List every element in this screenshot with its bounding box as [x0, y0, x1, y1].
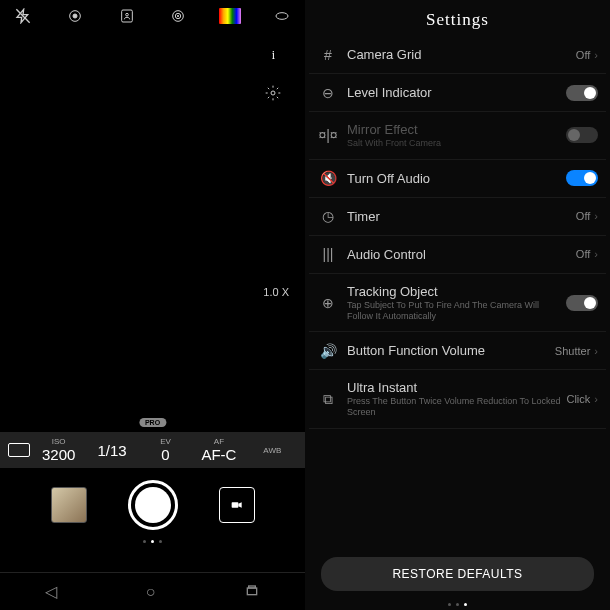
awb-control[interactable]: AWB: [248, 446, 297, 455]
af-control[interactable]: AF AF-C: [194, 437, 243, 463]
recent-icon[interactable]: [244, 582, 260, 602]
settings-row[interactable]: ⊖Level Indicator: [309, 74, 606, 112]
nav-bar: ◁ ○: [0, 572, 305, 610]
chevron-right-icon: ›: [594, 210, 598, 222]
setting-icon: ¤|¤: [317, 127, 339, 143]
page-indicator: [0, 540, 305, 543]
hdr-icon[interactable]: [64, 8, 86, 24]
ev-control[interactable]: EV 0: [141, 437, 190, 463]
settings-gear-icon[interactable]: [265, 85, 281, 105]
settings-row[interactable]: ⧉Ultra InstantPress The Button Twice Vol…: [309, 370, 606, 429]
settings-screen: Settings #Camera GridOff›⊖Level Indicato…: [305, 0, 610, 610]
setting-title: Audio Control: [347, 247, 576, 262]
gallery-thumbnail[interactable]: [51, 487, 87, 523]
settings-row[interactable]: #Camera GridOff›: [309, 36, 606, 74]
pro-settings-bar: ISO 3200 1/13 EV 0 AF AF-C AWB: [0, 432, 305, 468]
setting-title: Level Indicator: [347, 85, 566, 100]
info-icon[interactable]: i: [272, 48, 275, 63]
svg-rect-12: [249, 586, 256, 588]
chevron-right-icon: ›: [594, 345, 598, 357]
setting-icon: ◷: [317, 208, 339, 224]
back-icon[interactable]: ◁: [45, 582, 57, 601]
restore-defaults-button[interactable]: RESTORE DEFAULTS: [321, 557, 594, 591]
svg-rect-11: [248, 588, 257, 595]
zoom-indicator[interactable]: 1.0 X: [263, 286, 289, 298]
settings-title: Settings: [305, 0, 610, 36]
page-indicator: [305, 599, 610, 610]
setting-icon: ⊕: [317, 295, 339, 311]
settings-row[interactable]: 🔊Button Function VolumeShutter›: [309, 332, 606, 370]
setting-icon: 🔇: [317, 170, 339, 186]
capture-controls: [0, 480, 305, 530]
setting-icon: |||: [317, 246, 339, 262]
aspect-ratio-icon[interactable]: [8, 443, 30, 457]
svg-rect-10: [231, 502, 238, 507]
portrait-icon[interactable]: [116, 8, 138, 24]
settings-row[interactable]: ¤|¤Mirror EffectSalt With Front Camera: [309, 112, 606, 160]
settings-row[interactable]: ◷TimerOff›: [309, 198, 606, 236]
setting-icon: #: [317, 47, 339, 63]
setting-title: Camera Grid: [347, 47, 576, 62]
setting-value: Off: [576, 49, 590, 61]
filter-icon[interactable]: [167, 8, 189, 24]
setting-title: Ultra Instant: [347, 380, 566, 395]
svg-point-7: [178, 15, 179, 16]
toggle-switch[interactable]: [566, 295, 598, 311]
pro-badge: PRO: [139, 418, 166, 427]
toggle-switch[interactable]: [566, 85, 598, 101]
setting-value: Click: [566, 393, 590, 405]
chevron-right-icon: ›: [594, 49, 598, 61]
setting-icon: ⊖: [317, 85, 339, 101]
setting-icon: ⧉: [317, 391, 339, 408]
setting-subtitle: Salt With Front Camera: [347, 138, 566, 149]
setting-title: Turn Off Audio: [347, 171, 566, 186]
color-icon[interactable]: [219, 8, 241, 24]
setting-title: Timer: [347, 209, 576, 224]
shutter-speed-control[interactable]: 1/13: [87, 442, 136, 459]
settings-row[interactable]: ⊕Tracking ObjectTap Subject To Put To Fi…: [309, 274, 606, 333]
switch-camera-icon[interactable]: [271, 8, 293, 24]
svg-point-8: [276, 13, 288, 20]
settings-row[interactable]: |||Audio ControlOff›: [309, 236, 606, 274]
settings-row[interactable]: 🔇Turn Off Audio: [309, 160, 606, 198]
chevron-right-icon: ›: [594, 393, 598, 405]
setting-value: Off: [576, 210, 590, 222]
setting-subtitle: Press The Button Twice Volume Reduction …: [347, 396, 566, 418]
chevron-right-icon: ›: [594, 248, 598, 260]
setting-value: Off: [576, 248, 590, 260]
setting-title: Tracking Object: [347, 284, 566, 299]
setting-subtitle: Tap Subject To Put To Fire And The Camer…: [347, 300, 566, 322]
home-icon[interactable]: ○: [146, 583, 156, 601]
camera-top-bar: [0, 0, 305, 32]
iso-control[interactable]: ISO 3200: [34, 437, 83, 463]
svg-point-9: [271, 91, 275, 95]
toggle-switch[interactable]: [566, 127, 598, 143]
camera-screen: i 1.0 X PRO ISO 3200 1/13 EV 0 AF AF-C A…: [0, 0, 305, 610]
toggle-switch[interactable]: [566, 170, 598, 186]
setting-title: Button Function Volume: [347, 343, 555, 358]
setting-icon: 🔊: [317, 343, 339, 359]
svg-point-2: [73, 14, 77, 18]
setting-title: Mirror Effect: [347, 122, 566, 137]
settings-list: #Camera GridOff›⊖Level Indicator¤|¤Mirro…: [305, 36, 610, 549]
flash-off-icon[interactable]: [12, 8, 34, 24]
setting-value: Shutter: [555, 345, 590, 357]
shutter-button[interactable]: [128, 480, 178, 530]
video-mode-button[interactable]: [219, 487, 255, 523]
svg-point-4: [125, 13, 128, 16]
